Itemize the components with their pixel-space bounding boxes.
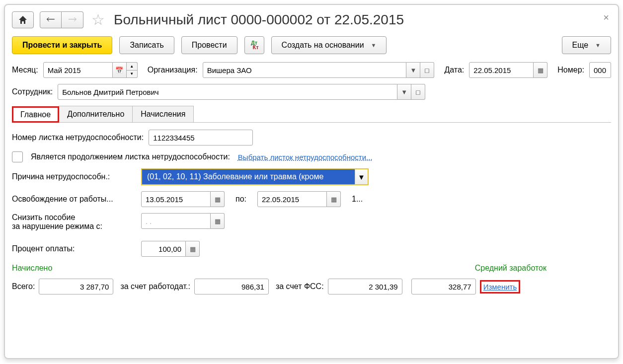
employee-open-icon[interactable]: ◻ (411, 84, 425, 100)
more-label: Еще (572, 41, 589, 50)
offwork-to-label: по: (235, 195, 246, 204)
offwork-from-input[interactable]: 13.05.2015 (141, 191, 211, 207)
create-based-button[interactable]: Создать на основании▼ (271, 36, 387, 54)
post-and-close-button[interactable]: Провести и закрыть (12, 36, 112, 54)
offwork-from-picker-icon[interactable]: ▦ (211, 191, 225, 207)
reduce-date-picker-icon[interactable]: ▦ (211, 213, 225, 229)
month-label: Месяц: (12, 66, 38, 74)
fss-label: за счет ФСС: (276, 282, 324, 291)
cert-no-label: Номер листка нетрудоспособности: (12, 133, 144, 142)
employer-value: 986,31 (194, 279, 269, 294)
total-value: 3 287,70 (39, 279, 113, 294)
total-label: Всего: (12, 282, 35, 291)
avg-header: Средний заработок (475, 264, 546, 273)
close-icon[interactable]: × (603, 12, 609, 23)
offwork-to-input[interactable]: 22.05.2015 (257, 191, 327, 207)
date-label: Дата: (444, 66, 464, 74)
dtkt-button[interactable]: Дт Кт (244, 36, 264, 54)
employee-input[interactable]: Больнов Дмитрий Петрович (58, 84, 397, 100)
reduce-label-1: Снизить пособие (12, 213, 136, 222)
change-link[interactable]: Изменить (483, 283, 517, 291)
favorite-icon[interactable]: ☆ (91, 11, 105, 28)
date-input[interactable]: 22.05.2015 (469, 62, 534, 78)
date-picker-icon[interactable]: ▦ (534, 62, 547, 78)
continuation-label: Является продолжением листка нетрудоспос… (31, 152, 230, 161)
continuation-checkbox[interactable] (12, 151, 23, 162)
employee-label: Сотрудник: (12, 87, 53, 96)
org-open-icon[interactable]: ◻ (420, 62, 434, 78)
save-button[interactable]: Записать (119, 36, 174, 54)
page-title: Больничный лист 0000-000002 от 22.05.201… (114, 12, 404, 28)
number-input[interactable]: 000 (589, 62, 611, 78)
offwork-days: 1... (352, 195, 363, 204)
accrued-header: Начислено (12, 264, 52, 273)
month-picker-icon[interactable]: 📅 (113, 62, 127, 78)
percent-calc-icon[interactable]: ▦ (186, 241, 200, 257)
percent-label: Процент оплаты: (12, 244, 136, 253)
org-dropdown-icon[interactable]: ▼ (406, 62, 420, 78)
offwork-to-picker-icon[interactable]: ▦ (327, 191, 341, 207)
number-label: Номер: (557, 66, 584, 74)
forward-button[interactable]: 🡒 (62, 11, 83, 28)
org-label: Организация: (148, 66, 198, 74)
back-button[interactable]: 🡐 (40, 11, 62, 28)
month-spinner[interactable]: ▲▼ (127, 62, 138, 78)
tab-extra[interactable]: Дополнительно (59, 106, 133, 122)
tab-main[interactable]: Главное (12, 106, 59, 123)
cert-no-input[interactable]: 1122334455 (149, 130, 253, 146)
more-button[interactable]: Еще▼ (562, 36, 611, 54)
reduce-label-2: за нарушение режима с: (12, 222, 136, 231)
fss-value: 2 301,39 (328, 279, 402, 294)
tab-accruals[interactable]: Начисления (132, 106, 194, 122)
org-input[interactable]: Вишера ЗАО (203, 62, 407, 78)
reason-label: Причина нетрудоспособн.: (12, 172, 136, 181)
reason-input[interactable]: (01, 02, 10, 11) Заболевание или травма … (141, 168, 355, 185)
reduce-date-input[interactable]: . . (141, 213, 211, 229)
avg-value: 328,77 (411, 279, 476, 294)
post-button[interactable]: Провести (181, 36, 237, 54)
employee-dropdown-icon[interactable]: ▼ (397, 84, 411, 100)
select-cert-link[interactable]: Выбрать листок нетрудоспособности... (238, 153, 373, 161)
create-based-label: Создать на основании (282, 41, 364, 50)
reason-dropdown-icon[interactable]: ▼ (355, 168, 369, 185)
offwork-label: Освобождение от работы... (12, 195, 136, 204)
employer-label: за счет работодат.: (120, 282, 190, 291)
percent-input[interactable]: 100,00 (141, 241, 186, 257)
home-button[interactable] (12, 11, 34, 28)
month-input[interactable]: Май 2015 (43, 62, 113, 78)
